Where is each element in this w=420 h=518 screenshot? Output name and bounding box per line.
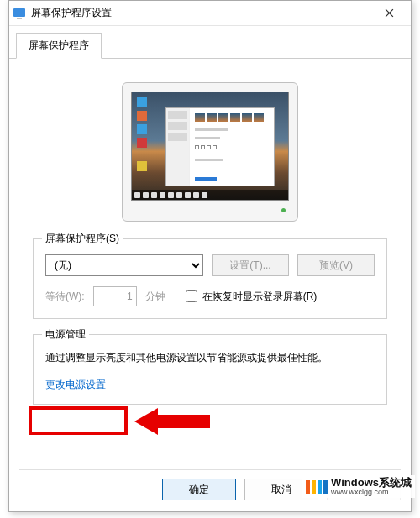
desktop-icon — [137, 138, 147, 148]
power-description: 通过调整显示亮度和其他电源设置以节省能源或提供最佳性能。 — [45, 350, 375, 366]
desktop-icon — [137, 161, 147, 171]
close-button[interactable] — [370, 2, 407, 25]
svg-rect-1 — [17, 18, 22, 19]
group-legend: 屏幕保护程序(S) — [42, 232, 123, 246]
preview-window — [165, 107, 275, 186]
svg-rect-0 — [13, 8, 25, 17]
ok-button[interactable]: 确定 — [162, 479, 236, 500]
settings-button[interactable]: 设置(T)... — [212, 254, 289, 276]
group-power: 电源管理 通过调整显示亮度和其他电源设置以节省能源或提供最佳性能。 更改电源设置 — [33, 334, 387, 405]
preview-screen — [131, 92, 289, 201]
window-title: 屏幕保护程序设置 — [31, 6, 370, 20]
desktop-icon — [137, 97, 147, 107]
group-screensaver: 屏幕保护程序(S) (无) 设置(T)... 预览(V) 等待(W): 1 分钟… — [33, 238, 387, 319]
change-power-settings-link[interactable]: 更改电源设置 — [45, 378, 106, 392]
screensaver-settings-dialog: 屏幕保护程序设置 屏幕保护程序 — [8, 0, 412, 512]
watermark-logo — [306, 480, 328, 494]
window-icon — [13, 7, 26, 20]
power-led — [281, 208, 286, 212]
resume-login-input[interactable] — [186, 290, 197, 302]
titlebar: 屏幕保护程序设置 — [9, 1, 411, 26]
screensaver-select[interactable]: (无) — [45, 254, 203, 276]
watermark-brand: Windows系统城 — [331, 477, 412, 488]
watermark: Windows系统城 www.wxclgg.com — [302, 475, 415, 498]
preview-button[interactable]: 预览(V) — [297, 254, 375, 276]
wait-label: 等待(W): — [45, 290, 85, 304]
svg-marker-2 — [134, 408, 210, 435]
resume-login-checkbox[interactable]: 在恢复时显示登录屏幕(R) — [186, 290, 318, 304]
tab-screensaver[interactable]: 屏幕保护程序 — [16, 33, 102, 59]
wait-unit: 分钟 — [145, 290, 165, 304]
monitor-preview — [33, 72, 387, 238]
desktop-icon — [137, 124, 147, 134]
watermark-url: www.wxclgg.com — [331, 488, 412, 496]
wait-spinner[interactable]: 1 — [93, 286, 137, 306]
desktop-icon — [137, 111, 147, 121]
tabstrip: 屏幕保护程序 — [9, 26, 411, 59]
taskbar — [132, 190, 288, 200]
group-legend: 电源管理 — [42, 327, 89, 342]
content: 屏幕保护程序(S) (无) 设置(T)... 预览(V) 等待(W): 1 分钟… — [9, 59, 411, 428]
annotation-arrow — [134, 403, 210, 440]
